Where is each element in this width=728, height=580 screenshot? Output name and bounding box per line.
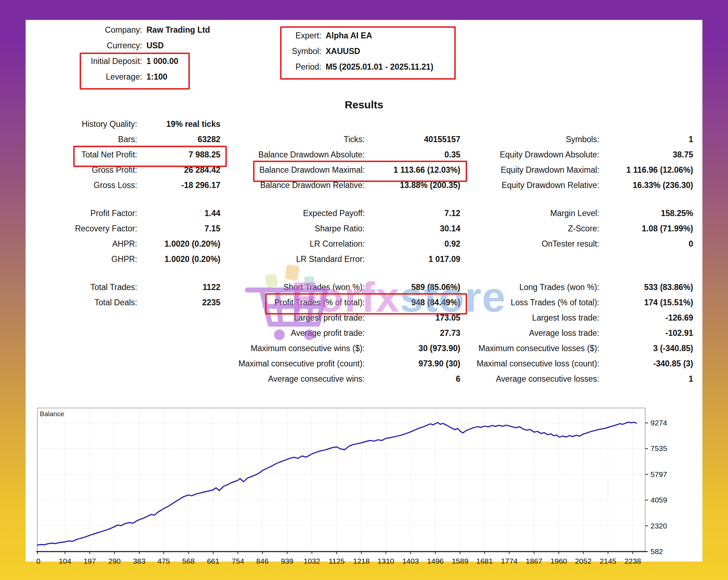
stat-row: Z-Score:1.08 (71.99%)	[462, 221, 693, 236]
stat-label: Symbols:	[462, 135, 599, 144]
spacer	[53, 193, 220, 206]
stat-row: Maximal consecutive profit (count):973.9…	[228, 356, 460, 371]
stat-value: 38.75	[604, 150, 693, 160]
stat-value: 27.73	[370, 328, 460, 338]
stat-row: Balance Drawdown Maximal:1 113.66 (12.03…	[228, 162, 460, 178]
stat-label: Margin Level:	[462, 209, 599, 218]
stat-row: Average consecutive wins:6	[228, 371, 460, 387]
x-tick-label: 661	[207, 557, 219, 565]
x-tick-label: 1589	[452, 557, 469, 565]
stat-row: Margin Level:158.25%	[462, 206, 693, 221]
stat-row: AHPR:1.0020 (0.20%)	[53, 236, 220, 252]
stat-value: 7 988.25	[142, 150, 220, 160]
x-tick-label: 2052	[575, 557, 592, 565]
stat-label: Equity Drawdown Absolute:	[462, 150, 599, 160]
stat-row: Currency:USD	[82, 38, 210, 53]
stat-label: OnTester result:	[462, 239, 599, 249]
stat-value: 1.0020 (0.20%)	[142, 254, 220, 264]
stats-column-right: Symbols:1Equity Drawdown Absolute:38.75E…	[462, 117, 693, 387]
stat-label: Currency:	[82, 41, 142, 50]
x-tick-label: 0	[36, 557, 41, 565]
stat-label: Z-Score:	[462, 224, 599, 233]
stat-value: 30.14	[370, 224, 460, 233]
stat-row: Equity Drawdown Relative:16.33% (236.30)	[462, 178, 693, 193]
stat-label: Gross Profit:	[53, 165, 137, 175]
stat-row: Period:M5 (2025.01.01 - 2025.11.21)	[284, 59, 433, 75]
balance-chart: 0104197290383475568661754846939103211251…	[36, 406, 675, 573]
stat-row: OnTester result:0	[462, 236, 693, 252]
stat-label: Company:	[82, 25, 142, 35]
stat-row: Maximum consecutive wins ($):30 (973.90)	[228, 341, 460, 356]
stat-row: Bars:63282	[53, 132, 220, 147]
stat-value: 0.35	[370, 150, 460, 160]
x-tick-label: 1218	[353, 557, 370, 565]
spacer	[228, 193, 460, 206]
stat-row: Recovery Factor:7.15	[53, 221, 220, 236]
x-tick-label: 475	[157, 557, 170, 565]
x-tick-label: 383	[133, 557, 145, 565]
stat-row: Initial Deposit:1 000.00	[82, 53, 210, 69]
stat-label: History Quality:	[53, 119, 137, 129]
stat-value: 19% real ticks	[142, 119, 220, 129]
stat-label: Maximal consecutive loss (count):	[462, 359, 599, 369]
stat-label: Initial Deposit:	[82, 57, 142, 66]
stat-label: Expert:	[284, 31, 321, 41]
x-tick-label: 846	[256, 557, 269, 565]
spacer	[462, 267, 693, 280]
stat-value: 30 (973.90)	[370, 344, 460, 353]
stat-row	[228, 117, 460, 132]
stat-label: Total Deals:	[53, 298, 137, 307]
stat-label: Period:	[284, 62, 321, 72]
stat-row: Total Trades:1122	[53, 280, 220, 295]
x-tick-label: 1310	[378, 557, 394, 565]
stat-label: GHPR:	[53, 254, 137, 264]
stat-value: 16.33% (236.30)	[604, 181, 693, 190]
stat-row: Symbols:1	[462, 132, 693, 147]
y-tick-label: 7535	[651, 444, 667, 452]
stat-row: Long Trades (won %):533 (83.86%)	[462, 280, 693, 295]
stat-value: 158.25%	[604, 209, 693, 218]
stat-value: 1.08 (71.99%)	[604, 224, 693, 233]
stat-value: Raw Trading Ltd	[146, 25, 210, 35]
stat-row: Profit Factor:1.44	[53, 206, 220, 221]
stat-row: Leverage:1:100	[82, 69, 210, 85]
stat-label: Bars:	[53, 135, 137, 144]
stat-label: Maximum consecutive wins ($):	[228, 344, 365, 353]
stat-value: 0	[604, 239, 693, 249]
stat-row: Company:Raw Trading Ltd	[82, 22, 210, 38]
x-tick-label: 1403	[402, 557, 419, 565]
stat-label: Symbol:	[284, 47, 321, 56]
y-tick-label: 5797	[651, 470, 667, 478]
stat-label: Loss Trades (% of total):	[462, 298, 599, 307]
stat-value: 1:100	[146, 72, 167, 82]
stat-value: 2235	[142, 298, 220, 307]
stat-label: Maximum consecutive losses ($):	[462, 344, 599, 353]
stat-value: 63282	[142, 135, 220, 144]
stat-row: Balance Drawdown Relative:13.88% (200.35…	[228, 178, 460, 193]
stat-label: Recovery Factor:	[53, 224, 137, 233]
stat-row: Largest profit trade:173.05	[228, 310, 460, 326]
stat-value: -126.69	[604, 313, 693, 323]
x-tick-label: 104	[59, 557, 71, 565]
stat-value: 3 (-340.85)	[604, 344, 693, 353]
stat-value: 6	[370, 374, 460, 384]
stat-label: Short Trades (won %):	[228, 283, 365, 292]
stat-row: Average profit trade:27.73	[228, 326, 460, 341]
stat-label: Balance Drawdown Maximal:	[228, 165, 365, 175]
x-tick-label: 290	[108, 557, 121, 565]
x-tick-label: 939	[281, 557, 293, 565]
stat-row: Short Trades (won %):589 (85.06%)	[228, 280, 460, 295]
stat-value: -340.85 (3)	[604, 359, 693, 369]
stat-value: 7.12	[370, 209, 460, 218]
stat-value: 973.90 (30)	[370, 359, 460, 369]
stats-column-left: History Quality:19% real ticksBars:63282…	[53, 117, 220, 310]
stat-row: Profit Trades (% of total):948 (84.49%)	[228, 295, 460, 310]
stat-label: Balance Drawdown Relative:	[228, 181, 365, 190]
stat-row: Gross Profit:26 284.42	[53, 162, 220, 178]
spacer	[53, 267, 220, 280]
stat-value: M5 (2025.01.01 - 2025.11.21)	[326, 62, 433, 72]
stat-value: -102.91	[604, 328, 693, 338]
stat-value: 1.0020 (0.20%)	[142, 239, 220, 249]
stat-label: Long Trades (won %):	[462, 283, 599, 292]
x-tick-label: 568	[182, 557, 195, 565]
